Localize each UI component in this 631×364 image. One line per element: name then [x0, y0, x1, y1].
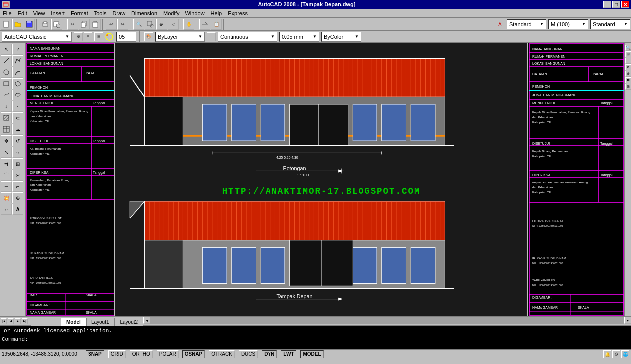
- zoom-window-btn[interactable]: [145, 19, 156, 30]
- maximize-btn[interactable]: □: [612, 1, 620, 8]
- save-btn[interactable]: [24, 19, 35, 30]
- point-btn[interactable]: ·: [12, 101, 23, 112]
- hatch-btn[interactable]: [1, 112, 12, 123]
- ortho-btn[interactable]: ORTHO: [130, 350, 153, 358]
- extend-btn[interactable]: ⊣: [1, 181, 12, 192]
- match-prop-btn[interactable]: [199, 19, 210, 30]
- zoom-prev-btn[interactable]: ◁: [168, 19, 179, 30]
- join-btn[interactable]: ⊕: [12, 192, 23, 203]
- drawing-area[interactable]: 4.25 5.25 4.30 Potongan 1 : 100 HTTP://A…: [115, 43, 527, 316]
- menu-file[interactable]: File: [0, 10, 15, 17]
- rect-btn[interactable]: [1, 78, 12, 89]
- linetype-btn[interactable]: —: [207, 32, 216, 41]
- paste-btn[interactable]: [90, 19, 101, 30]
- rotate-btn[interactable]: ↺: [12, 135, 23, 146]
- menu-express[interactable]: Express: [225, 10, 251, 17]
- trim-btn[interactable]: ✂: [12, 170, 23, 181]
- polyline-btn[interactable]: [12, 55, 23, 66]
- menu-view[interactable]: View: [30, 10, 48, 17]
- print-preview-btn[interactable]: [51, 19, 62, 30]
- offset-btn[interactable]: ⇉: [1, 158, 12, 169]
- tab-layout2[interactable]: Layout2: [114, 318, 143, 326]
- menu-format[interactable]: Format: [68, 10, 91, 17]
- layers-panel-btn[interactable]: ⊞: [94, 32, 103, 41]
- h-scroll-bar[interactable]: ◂ ▸: [143, 317, 631, 325]
- print-btn[interactable]: [40, 19, 51, 30]
- region-btn[interactable]: ⊂: [12, 112, 23, 123]
- layer-btn[interactable]: ≡: [84, 32, 92, 41]
- break-btn[interactable]: ⌐: [12, 181, 23, 192]
- pick-btn[interactable]: ↖: [1, 44, 12, 55]
- menu-dimension[interactable]: Dimension: [128, 10, 160, 17]
- polygon-btn[interactable]: [12, 78, 23, 89]
- standard-dropdown[interactable]: Standard▼: [507, 19, 546, 29]
- menu-insert[interactable]: Insert: [48, 10, 68, 17]
- explode-btn[interactable]: 💥: [1, 192, 12, 203]
- tab-layout1[interactable]: Layout1: [86, 318, 115, 326]
- fillet-btn[interactable]: ⌒: [1, 170, 12, 181]
- tray-icon2[interactable]: ⚙: [612, 350, 620, 358]
- undo-btn[interactable]: ↩: [106, 19, 117, 30]
- tab-prev-btn[interactable]: ◂: [8, 318, 14, 324]
- rt-btn6[interactable]: ⊞: [625, 84, 631, 90]
- cloud-btn[interactable]: ☁: [12, 124, 23, 135]
- table-btn[interactable]: [1, 124, 12, 135]
- layer-settings-btn[interactable]: ⚙: [74, 32, 83, 41]
- lineweight-dropdown[interactable]: 0.05 mm▼: [279, 32, 319, 42]
- close-btn[interactable]: ✕: [621, 1, 629, 8]
- zoom-in-btn[interactable]: 🔍: [625, 45, 631, 51]
- color-btn[interactable]: 🎨: [144, 32, 153, 41]
- ellipse-btn[interactable]: [12, 90, 23, 100]
- zoom-all-btn[interactable]: ⊕: [156, 19, 167, 30]
- array-btn[interactable]: ⊞: [12, 158, 23, 169]
- tab-next-btn[interactable]: ▸: [15, 318, 21, 324]
- layer-number[interactable]: 05: [116, 32, 136, 42]
- line-btn[interactable]: [1, 55, 12, 66]
- otrack-btn[interactable]: OTRACK: [209, 350, 235, 358]
- spline-btn[interactable]: [1, 90, 12, 100]
- open-btn[interactable]: [12, 19, 23, 30]
- grid-btn[interactable]: GRID: [108, 350, 126, 358]
- window-controls[interactable]: _ □ ✕: [603, 1, 629, 8]
- rt-btn4[interactable]: ⊕: [625, 71, 631, 77]
- snap-btn[interactable]: SNAP: [86, 350, 104, 358]
- menu-edit[interactable]: Edit: [15, 10, 30, 17]
- scroll-right-btn[interactable]: ▸: [624, 317, 631, 324]
- text-btn[interactable]: A: [12, 204, 23, 215]
- rt-btn3[interactable]: ↺: [625, 64, 631, 70]
- h-scroll-track[interactable]: [150, 317, 624, 324]
- dyn-btn[interactable]: DYN: [262, 350, 277, 358]
- zoom-btn[interactable]: 🔍: [133, 19, 144, 30]
- circle-btn[interactable]: [1, 67, 12, 78]
- ducs-btn[interactable]: DUCS: [239, 350, 258, 358]
- dim-btn[interactable]: ↔: [1, 204, 12, 215]
- standard2-dropdown[interactable]: Standard▼: [590, 19, 630, 29]
- menu-window[interactable]: Window: [182, 10, 207, 17]
- color-dropdown[interactable]: ByLayer▼: [155, 32, 205, 42]
- linetype-dropdown[interactable]: Continuous▼: [218, 32, 277, 42]
- scale-dropdown[interactable]: M (100)▼: [548, 19, 588, 29]
- scale-btn[interactable]: ⤡: [1, 147, 12, 158]
- tab-model[interactable]: Model: [61, 318, 86, 326]
- cut-btn[interactable]: ✂: [67, 19, 78, 30]
- tray-icon3[interactable]: 🌐: [621, 350, 629, 358]
- pick2-btn[interactable]: ↗: [12, 44, 23, 55]
- menu-modify[interactable]: Modify: [160, 10, 182, 17]
- pan-btn[interactable]: ✋: [183, 19, 194, 30]
- menu-help[interactable]: Help: [208, 10, 225, 17]
- tab-first-btn[interactable]: |◂: [1, 318, 7, 324]
- mirror-btn[interactable]: ↔: [12, 147, 23, 158]
- rt-btn1[interactable]: ⊞: [625, 51, 631, 57]
- redo-btn[interactable]: ↪: [117, 19, 128, 30]
- arc-btn[interactable]: [12, 67, 23, 78]
- scroll-left-btn[interactable]: ◂: [143, 317, 150, 324]
- prop-btn[interactable]: 📋: [211, 19, 222, 30]
- plotstyle-dropdown[interactable]: ByColor▼: [321, 32, 361, 42]
- tab-nav[interactable]: |◂ ◂ ▸ ▸|: [0, 317, 29, 325]
- command-input[interactable]: [30, 336, 180, 342]
- tab-last-btn[interactable]: ▸|: [22, 318, 28, 324]
- rt-btn2[interactable]: +: [625, 58, 631, 64]
- app-icon[interactable]: [2, 1, 10, 8]
- tray-icon1[interactable]: 🔔: [603, 350, 611, 358]
- rt-btn5[interactable]: ✱: [625, 77, 631, 83]
